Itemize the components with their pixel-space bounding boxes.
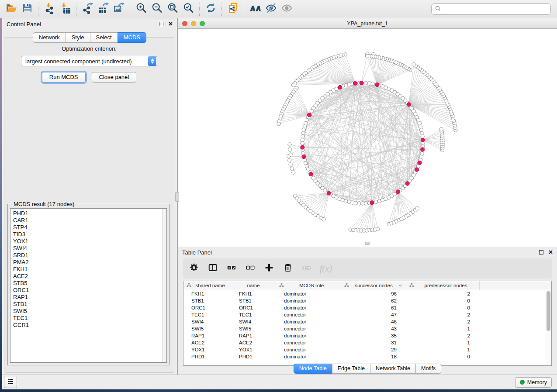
zoom-in-button[interactable] — [133, 2, 149, 17]
table-cell[interactable]: SWI5 — [231, 326, 276, 331]
table-cell[interactable]: connector — [276, 347, 341, 352]
table-settings-button[interactable] — [188, 263, 200, 274]
search-input[interactable] — [443, 6, 547, 12]
refresh-layout-button[interactable] — [203, 2, 218, 17]
tab-select[interactable]: Select — [90, 32, 118, 43]
select-all-rows-button[interactable] — [226, 263, 237, 274]
hide-selected-button[interactable] — [263, 2, 279, 17]
table-cell[interactable]: RAP1 — [231, 333, 276, 338]
mcds-result-item[interactable]: SRD1 — [13, 252, 166, 259]
table-cell[interactable]: 46 — [341, 319, 406, 324]
table-cell[interactable]: TEC1 — [183, 312, 231, 317]
table-cell[interactable]: dominator — [276, 298, 341, 303]
column-header-successor-nodes[interactable]: successor nodes — [341, 281, 406, 290]
table-cell[interactable]: PHD1 — [231, 354, 276, 359]
table-cell[interactable]: SWI4 — [183, 319, 231, 324]
save-session-button[interactable] — [19, 2, 35, 17]
table-cell[interactable]: dominator — [276, 333, 341, 338]
table-cell[interactable]: 31 — [341, 340, 406, 345]
table-cell[interactable]: 0 — [406, 298, 480, 303]
clone-network-button[interactable] — [225, 2, 241, 17]
table-row[interactable]: YOX1YOX1connector291 — [183, 346, 551, 353]
table-row[interactable]: TEC1TEC1connector472 — [183, 311, 551, 318]
table-cell[interactable]: dominator — [276, 319, 341, 324]
mcds-result-list[interactable]: PHD1CAR1STP4TID3YOX1SWI4SRD1PMA2FKH1ACE2… — [10, 208, 167, 363]
mcds-result-item[interactable]: ORC1 — [13, 287, 166, 294]
table-cell[interactable]: 0 — [406, 305, 480, 310]
table-cell[interactable]: 2 — [406, 319, 480, 324]
column-header-shared-name[interactable]: shared name — [183, 281, 231, 290]
table-cell[interactable]: dominator — [276, 305, 341, 310]
export-network-button[interactable] — [80, 2, 95, 17]
table-cell[interactable]: STB1 — [231, 298, 276, 303]
table-cell[interactable]: TEC1 — [231, 312, 276, 317]
table-cell[interactable]: FKH1 — [183, 291, 231, 296]
table-cell[interactable]: RAP1 — [183, 333, 231, 338]
table-scrollbar-thumb[interactable] — [547, 291, 550, 331]
network-canvas[interactable] — [178, 29, 557, 246]
column-header-name[interactable]: name — [231, 281, 276, 290]
table-row[interactable]: SWI4SWI4dominator462 — [183, 318, 551, 325]
tab-mcds[interactable]: MCDS — [118, 32, 146, 43]
table-cell[interactable]: connector — [276, 340, 341, 345]
export-table-button[interactable] — [95, 2, 111, 17]
table-cell[interactable]: 0 — [406, 354, 480, 359]
table-cell[interactable]: YOX1 — [183, 347, 231, 352]
table-cell[interactable]: 18 — [341, 354, 406, 359]
table-cell[interactable]: FKH1 — [231, 291, 276, 296]
table-row[interactable]: RAP1RAP1dominator352 — [183, 332, 551, 339]
table-row[interactable]: FKH1FKH1dominator962 — [183, 290, 551, 297]
column-header-MCDS-role[interactable]: MCDS role — [276, 281, 341, 290]
panel-divider-handle[interactable] — [175, 192, 179, 202]
deselect-all-rows-button[interactable] — [245, 263, 256, 274]
mcds-result-item[interactable]: CAR1 — [13, 217, 166, 224]
tab-network[interactable]: Network — [33, 32, 66, 43]
tab-style[interactable]: Style — [66, 32, 90, 43]
table-cell[interactable]: dominator — [276, 354, 341, 359]
table-cell[interactable]: ORC1 — [183, 305, 231, 310]
table-row[interactable]: PHD1PHD1dominator180 — [183, 353, 551, 360]
export-image-button[interactable] — [111, 2, 127, 17]
column-header-predecessor-nodes[interactable]: predecessor nodes — [406, 281, 480, 290]
show-all-button[interactable] — [279, 2, 294, 17]
float-panel-icon[interactable] — [159, 22, 163, 26]
mcds-result-item[interactable]: RAP1 — [13, 294, 166, 301]
tab-node-table[interactable]: Node Table — [294, 364, 332, 374]
create-column-button[interactable] — [263, 263, 275, 274]
table-cell[interactable]: 61 — [341, 305, 406, 310]
table-cell[interactable]: 47 — [341, 312, 406, 317]
table-cell[interactable]: 1 — [406, 347, 480, 352]
binoculars-search-button[interactable] — [247, 2, 263, 17]
table-row[interactable]: SWI5SWI5connector431 — [183, 325, 551, 332]
table-row[interactable]: ORC1ORC1dominator610 — [183, 304, 551, 311]
mcds-result-item[interactable]: STP4 — [13, 224, 166, 231]
table-cell[interactable]: 2 — [406, 291, 480, 296]
table-cell[interactable]: connector — [276, 326, 341, 331]
table-cell[interactable]: dominator — [276, 291, 341, 296]
mcds-result-item[interactable]: ACE2 — [13, 273, 166, 280]
table-cell[interactable]: ACE2 — [231, 340, 276, 345]
table-cell[interactable]: 2 — [406, 333, 480, 338]
tab-motifs[interactable]: Motifs — [415, 364, 441, 374]
mcds-result-item[interactable]: SWI5 — [13, 308, 166, 315]
open-file-button[interactable] — [3, 2, 19, 17]
table-row[interactable]: STB1STB1dominator620 — [183, 297, 551, 304]
import-network-button[interactable] — [42, 2, 57, 17]
table-cell[interactable]: 29 — [341, 347, 406, 352]
network-graph[interactable] — [178, 29, 557, 246]
mcds-result-item[interactable]: GCR1 — [13, 322, 166, 329]
table-cell[interactable]: 43 — [341, 326, 406, 331]
delete-columns-button[interactable] — [282, 263, 294, 274]
toggle-panel-split-button[interactable] — [207, 263, 218, 274]
close-table-panel-icon[interactable]: × — [549, 250, 553, 254]
mcds-result-item[interactable]: STB5 — [13, 280, 166, 287]
zoom-selected-button[interactable] — [180, 2, 196, 17]
run-mcds-button[interactable]: Run MCDS — [42, 72, 86, 83]
mcds-result-item[interactable]: YOX1 — [13, 238, 166, 245]
tab-edge-table[interactable]: Edge Table — [332, 364, 370, 374]
table-cell[interactable]: ORC1 — [231, 305, 276, 310]
table-cell[interactable]: PHD1 — [183, 354, 231, 359]
mcds-result-item[interactable]: PMA2 — [13, 259, 166, 266]
mcds-result-item[interactable]: SWI4 — [13, 245, 166, 252]
zoom-out-button[interactable] — [149, 2, 165, 17]
